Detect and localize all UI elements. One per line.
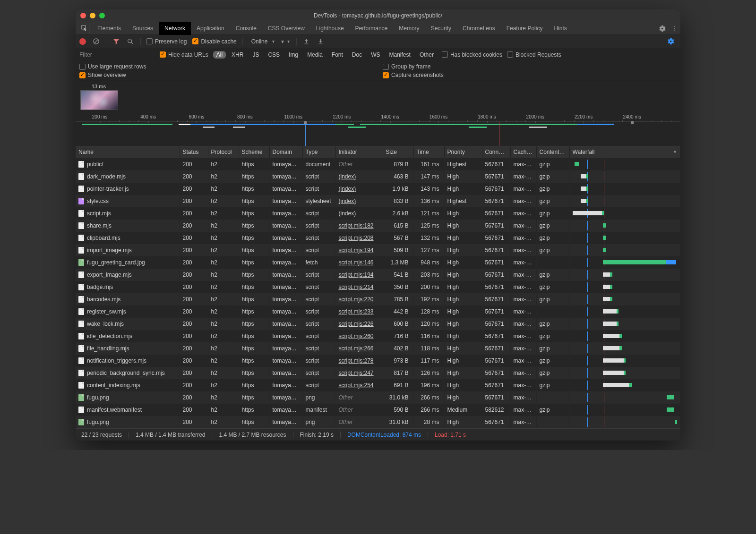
table-row[interactable]: share.mjs200h2httpstomayac…scriptscript.…: [76, 220, 680, 232]
tab-memory[interactable]: Memory: [393, 22, 425, 35]
inspect-element-icon[interactable]: [79, 23, 90, 34]
filter-pill-all[interactable]: All: [213, 51, 226, 59]
column-header-domain[interactable]: Domain: [269, 146, 302, 158]
table-row[interactable]: public/200h2httpstomayac…documentOther87…: [76, 158, 680, 171]
filter-pill-img[interactable]: Img: [285, 51, 301, 59]
table-row[interactable]: clipboard.mjs200h2httpstomayac…scriptscr…: [76, 232, 680, 244]
initiator-link[interactable]: (index): [339, 198, 356, 204]
group-by-frame-checkbox[interactable]: Group by frame: [383, 63, 677, 70]
timeline-overview[interactable]: 200 ms400 ms600 ms800 ms1000 ms1200 ms14…: [76, 113, 680, 146]
column-header-conne-[interactable]: Conne…: [482, 146, 510, 158]
network-settings-icon[interactable]: [664, 35, 677, 48]
table-row[interactable]: script.mjs200h2httpstomayac…script(index…: [76, 207, 680, 220]
column-header-cach-[interactable]: Cach…: [510, 146, 536, 158]
filter-pill-other[interactable]: Other: [416, 51, 437, 59]
table-row[interactable]: export_image.mjs200h2httpstomayac…script…: [76, 269, 680, 281]
search-icon[interactable]: [126, 37, 135, 46]
throttling-select[interactable]: Online: [249, 37, 275, 46]
column-header-status[interactable]: Status: [180, 146, 208, 158]
initiator-link[interactable]: script.mjs:226: [339, 321, 374, 327]
tab-console[interactable]: Console: [230, 22, 262, 35]
hide-data-urls-checkbox[interactable]: Hide data URLs: [160, 51, 208, 58]
column-header-priority[interactable]: Priority: [444, 146, 482, 158]
tab-network[interactable]: Network: [159, 22, 191, 35]
column-header-size[interactable]: Size: [383, 146, 413, 158]
column-header-name[interactable]: Name: [76, 146, 180, 158]
table-row[interactable]: fugu_greeting_card.jpg200h2httpstomayac……: [76, 256, 680, 269]
tab-elements[interactable]: Elements: [92, 22, 127, 35]
table-row[interactable]: register_sw.mjs200h2httpstomayac…scripts…: [76, 305, 680, 318]
table-row[interactable]: barcodes.mjs200h2httpstomayac…scriptscri…: [76, 293, 680, 305]
initiator-link[interactable]: script.mjs:220: [339, 296, 374, 303]
tab-performance[interactable]: Performance: [350, 22, 394, 35]
more-icon[interactable]: ⋮: [668, 22, 680, 34]
table-row[interactable]: pointer-tracker.js200h2httpstomayac…scri…: [76, 183, 680, 195]
window-zoom-button[interactable]: [99, 13, 105, 18]
preserve-log-checkbox[interactable]: Preserve log: [146, 38, 187, 45]
table-row[interactable]: import_image.mjs200h2httpstomayac…script…: [76, 244, 680, 256]
initiator-link[interactable]: (index): [339, 210, 356, 217]
table-row[interactable]: wake_lock.mjs200h2httpstomayac…scriptscr…: [76, 318, 680, 330]
filter-pill-doc[interactable]: Doc: [349, 51, 365, 59]
disable-cache-checkbox[interactable]: Disable cache: [192, 38, 236, 45]
tab-sources[interactable]: Sources: [127, 22, 159, 35]
column-header-protocol[interactable]: Protocol: [208, 146, 239, 158]
filter-pill-css[interactable]: CSS: [265, 51, 283, 59]
initiator-link[interactable]: script.mjs:146: [339, 259, 374, 266]
table-row[interactable]: file_handling.mjs200h2httpstomayac…scrip…: [76, 342, 680, 355]
tab-chromelens[interactable]: ChromeLens: [457, 22, 501, 35]
tab-security[interactable]: Security: [425, 22, 457, 35]
table-row[interactable]: fugu.png200h2httpstomayac…pngOther31.0 k…: [76, 391, 680, 404]
filter-input[interactable]: [79, 51, 155, 58]
upload-har-icon[interactable]: [302, 37, 311, 46]
initiator-link[interactable]: script.mjs:182: [339, 222, 374, 229]
tab-feature-policy[interactable]: Feature Policy: [501, 22, 549, 35]
table-row[interactable]: notification_triggers.mjs200h2httpstomay…: [76, 355, 680, 367]
initiator-link[interactable]: script.mjs:278: [339, 357, 374, 364]
filter-pill-xhr[interactable]: XHR: [228, 51, 247, 59]
use-large-rows-checkbox[interactable]: Use large request rows: [79, 63, 373, 70]
table-row[interactable]: dark_mode.mjs200h2httpstomayac…script(in…: [76, 170, 680, 183]
screenshot-thumbnail[interactable]: [80, 90, 118, 110]
table-row[interactable]: periodic_background_sync.mjs200h2httpsto…: [76, 367, 680, 379]
initiator-link[interactable]: script.mjs:208: [339, 235, 374, 241]
initiator-link[interactable]: script.mjs:194: [339, 271, 374, 278]
tab-lighthouse[interactable]: Lighthouse: [310, 22, 350, 35]
table-row[interactable]: content_indexing.mjs200h2httpstomayac…sc…: [76, 379, 680, 391]
filter-pill-js[interactable]: JS: [249, 51, 262, 59]
initiator-link[interactable]: script.mjs:233: [339, 308, 374, 315]
filter-pill-media[interactable]: Media: [304, 51, 326, 59]
download-har-icon[interactable]: [317, 37, 325, 46]
column-header-time[interactable]: Time: [413, 146, 444, 158]
initiator-link[interactable]: script.mjs:260: [339, 333, 374, 339]
window-close-button[interactable]: [80, 13, 86, 18]
column-header-initiator[interactable]: Initiator: [335, 146, 383, 158]
initiator-link[interactable]: script.mjs:266: [339, 345, 374, 352]
filter-pill-ws[interactable]: WS: [368, 51, 383, 59]
settings-icon[interactable]: [656, 22, 668, 34]
filter-pill-font[interactable]: Font: [328, 51, 346, 59]
initiator-link[interactable]: script.mjs:194: [339, 247, 374, 254]
tab-hints[interactable]: Hints: [548, 22, 572, 35]
clear-icon[interactable]: [92, 37, 100, 46]
filter-pill-manifest[interactable]: Manifest: [386, 51, 414, 59]
initiator-link[interactable]: script.mjs:254: [339, 382, 374, 389]
initiator-link[interactable]: (index): [339, 173, 356, 180]
show-overview-checkbox[interactable]: Show overview: [79, 72, 373, 78]
table-row[interactable]: fugu.png200h2httpstomayac…pngOther31.0 k…: [76, 416, 680, 428]
column-header-type[interactable]: Type: [302, 146, 335, 158]
window-minimize-button[interactable]: [90, 13, 95, 18]
initiator-link[interactable]: script.mjs:247: [339, 370, 374, 376]
table-row[interactable]: manifest.webmanifest200h2httpstomayac…ma…: [76, 404, 680, 416]
initiator-link[interactable]: script.mjs:214: [339, 284, 374, 290]
filter-toggle-icon[interactable]: [112, 37, 120, 46]
table-row[interactable]: style.css200h2httpstomayac…stylesheet(in…: [76, 195, 680, 207]
capture-screenshots-checkbox[interactable]: Capture screenshots: [383, 72, 677, 78]
column-header-content-[interactable]: Content-…: [536, 146, 569, 158]
blocked-requests-checkbox[interactable]: Blocked Requests: [507, 51, 561, 58]
column-header-waterfall[interactable]: Waterfall: [569, 146, 680, 158]
initiator-link[interactable]: (index): [339, 186, 356, 192]
record-button[interactable]: [79, 38, 86, 45]
has-blocked-cookies-checkbox[interactable]: Has blocked cookies: [442, 51, 502, 58]
tab-css-overview[interactable]: CSS Overview: [262, 22, 310, 35]
